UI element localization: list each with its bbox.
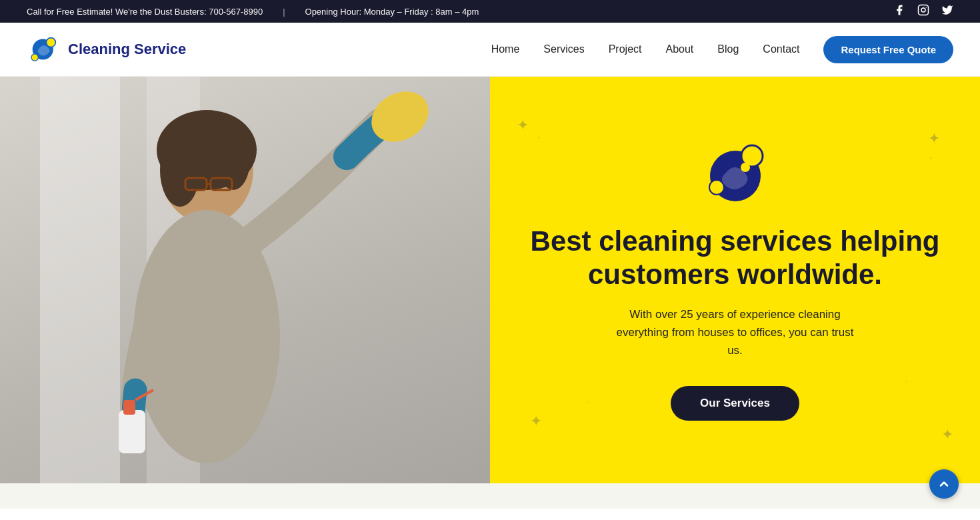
svg-point-8 <box>160 133 200 207</box>
nav-project[interactable]: Project <box>609 43 642 55</box>
top-bar: Call for Free Estimate! We're the Dust B… <box>0 0 980 23</box>
bottom-strip <box>0 483 980 509</box>
hero-icon <box>695 139 775 209</box>
svg-point-9 <box>217 130 250 190</box>
woman-illustration <box>20 83 447 483</box>
svg-rect-17 <box>123 400 135 415</box>
twitter-icon[interactable] <box>941 4 953 19</box>
facebook-icon[interactable] <box>893 4 905 19</box>
hero-brand-icon <box>695 139 775 206</box>
hours-text: Opening Hour: Monday – Friday : 8am – 4p… <box>305 7 479 17</box>
instagram-icon[interactable] <box>917 4 929 19</box>
svg-rect-0 <box>919 5 929 15</box>
logo-text: Cleaning Service <box>68 41 186 58</box>
svg-rect-16 <box>119 410 145 453</box>
sparkle-1: ✦ <box>517 117 529 134</box>
quote-button[interactable]: Request Free Quote <box>823 36 953 63</box>
svg-point-4 <box>46 38 55 47</box>
sparkle-3: ✦ <box>530 413 542 430</box>
nav-blog[interactable]: Blog <box>717 43 739 55</box>
sparkle-2: ✦ <box>928 130 940 147</box>
logo-icon <box>27 32 61 67</box>
svg-point-5 <box>31 54 38 61</box>
nav-contact[interactable]: Contact <box>763 43 799 55</box>
social-links <box>893 4 953 19</box>
svg-point-2 <box>925 7 927 8</box>
top-bar-info: Call for Free Estimate! We're the Dust B… <box>27 7 479 17</box>
hero-image <box>0 77 490 483</box>
nav-about[interactable]: About <box>665 43 693 55</box>
scroll-to-top-button[interactable] <box>929 469 959 499</box>
sparkle-4: ✦ <box>941 426 953 443</box>
nav-home[interactable]: Home <box>491 43 520 55</box>
our-services-button[interactable]: Our Services <box>671 386 799 421</box>
hero-headline: Best cleaning services helping customers… <box>530 225 940 292</box>
call-text: Call for Free Estimate! We're the Dust B… <box>27 7 263 17</box>
nav-services[interactable]: Services <box>543 43 584 55</box>
hero-subtext: With over 25 years of experience cleanin… <box>609 305 862 360</box>
main-nav: Home Services Project About Blog Contact… <box>491 36 953 63</box>
divider: | <box>283 7 285 17</box>
chevron-up-icon <box>937 477 951 491</box>
svg-point-21 <box>709 180 724 195</box>
svg-point-1 <box>921 8 925 12</box>
hero-section: ✦ ✦ ✦ ✦ Best cleaning services helping c… <box>0 77 980 483</box>
header: Cleaning Service Home Services Project A… <box>0 23 980 77</box>
hero-right-panel: ✦ ✦ ✦ ✦ Best cleaning services helping c… <box>490 77 980 483</box>
logo[interactable]: Cleaning Service <box>27 32 186 67</box>
